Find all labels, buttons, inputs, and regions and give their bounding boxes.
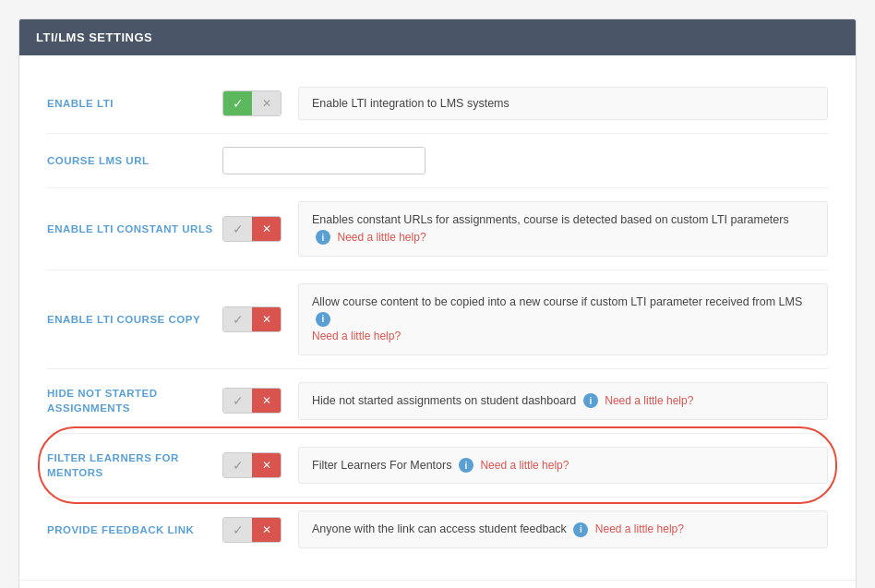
enable-lti-constant-urls-label: ENABLE LTI CONSTANT URLS bbox=[47, 222, 222, 236]
toggle-off[interactable]: ✕ bbox=[252, 518, 281, 542]
toggle-off-x[interactable]: ✕ bbox=[252, 91, 281, 115]
enable-lti-toggle[interactable]: ✓ ✕ bbox=[222, 90, 282, 116]
desc-text: Hide not started assignments on student … bbox=[312, 394, 576, 407]
toggle-on-check[interactable]: ✓ bbox=[223, 91, 252, 115]
help-link[interactable]: Need a little help? bbox=[595, 522, 684, 535]
enable-lti-constant-urls-desc: Enables constant URLs for assignments, c… bbox=[298, 201, 828, 257]
provide-feedback-toggle-wrap: ✓ ✕ bbox=[222, 517, 282, 543]
hide-not-started-row: HIDE NOT STARTED ASSIGNMENTS ✓ ✕ Hide no… bbox=[47, 369, 828, 434]
check-icon: ✓ bbox=[233, 522, 244, 537]
filter-learners-toggle-wrap: ✓ ✕ bbox=[222, 452, 282, 478]
course-lms-url-row: COURSE LMS URL bbox=[47, 134, 828, 188]
hide-not-started-toggle[interactable]: ✓ ✕ bbox=[222, 388, 282, 414]
cross-icon: ✕ bbox=[262, 394, 271, 407]
filter-learners-desc: Filter Learners For Mentors i Need a lit… bbox=[298, 447, 828, 485]
enable-lti-course-copy-desc: Allow course content to be copied into a… bbox=[298, 283, 828, 355]
enable-lti-description: Enable LTI integration to LMS systems bbox=[298, 87, 828, 120]
main-panel: LTI/LMS SETTINGS ENABLE LTI ✓ ✕ Enable L… bbox=[18, 18, 857, 588]
cross-icon: ✕ bbox=[262, 523, 271, 536]
provide-feedback-row: PROVIDE FEEDBACK LINK ✓ ✕ Anyone with th… bbox=[47, 498, 828, 561]
enable-lti-row: ENABLE LTI ✓ ✕ Enable LTI integration to… bbox=[47, 74, 828, 134]
enable-lti-constant-urls-row: ENABLE LTI CONSTANT URLS ✓ ✕ Enables con… bbox=[47, 188, 828, 270]
footer-bar: Save Changes bbox=[19, 580, 856, 588]
help-link[interactable]: Need a little help? bbox=[337, 231, 426, 244]
info-icon[interactable]: i bbox=[573, 522, 588, 537]
hide-not-started-toggle-wrap: ✓ ✕ bbox=[222, 388, 282, 414]
toggle-off[interactable]: ✕ bbox=[252, 307, 281, 331]
hide-not-started-label: HIDE NOT STARTED ASSIGNMENTS bbox=[47, 386, 222, 415]
info-icon[interactable]: i bbox=[459, 458, 473, 473]
check-icon: ✓ bbox=[233, 312, 244, 327]
check-icon: ✓ bbox=[233, 96, 244, 111]
info-icon[interactable]: i bbox=[316, 312, 330, 327]
enable-lti-course-copy-row: ENABLE LTI COURSE COPY ✓ ✕ Allow course … bbox=[47, 270, 828, 369]
toggle-off[interactable]: ✕ bbox=[252, 453, 281, 477]
toggle-on[interactable]: ✓ bbox=[223, 389, 252, 413]
cross-icon: ✕ bbox=[262, 313, 271, 326]
desc-text: Enables constant URLs for assignments, c… bbox=[312, 213, 789, 226]
help-link[interactable]: Need a little help? bbox=[605, 394, 693, 407]
enable-lti-course-copy-label: ENABLE LTI COURSE COPY bbox=[47, 312, 222, 327]
toggle-on[interactable]: ✓ bbox=[223, 307, 252, 331]
toggle-off[interactable]: ✕ bbox=[252, 217, 281, 241]
check-icon: ✓ bbox=[233, 222, 244, 236]
enable-lti-course-copy-toggle-wrap: ✓ ✕ bbox=[222, 306, 282, 332]
help-link[interactable]: Need a little help? bbox=[312, 330, 401, 342]
desc-text: Anyone with the link can access student … bbox=[312, 522, 567, 535]
enable-lti-label: ENABLE LTI bbox=[47, 96, 222, 111]
toggle-on[interactable]: ✓ bbox=[223, 453, 252, 477]
provide-feedback-label: PROVIDE FEEDBACK LINK bbox=[47, 522, 222, 537]
toggle-off[interactable]: ✕ bbox=[252, 389, 281, 413]
provide-feedback-desc: Anyone with the link can access student … bbox=[298, 510, 828, 548]
check-icon: ✓ bbox=[233, 393, 244, 408]
course-lms-url-input-wrap bbox=[222, 147, 828, 174]
course-lms-url-input[interactable] bbox=[222, 147, 426, 174]
desc-text: Filter Learners For Mentors bbox=[312, 459, 451, 472]
enable-lti-constant-urls-toggle-wrap: ✓ ✕ bbox=[222, 216, 282, 242]
enable-lti-toggle-wrap: ✓ ✕ bbox=[222, 90, 282, 116]
hide-not-started-desc: Hide not started assignments on student … bbox=[298, 382, 828, 420]
panel-header: LTI/LMS SETTINGS bbox=[19, 19, 856, 55]
filter-learners-label: FILTER LEARNERS FOR MENTORS bbox=[47, 450, 222, 480]
provide-feedback-toggle[interactable]: ✓ ✕ bbox=[222, 517, 282, 543]
check-icon: ✓ bbox=[233, 458, 244, 473]
enable-lti-course-copy-toggle[interactable]: ✓ ✕ bbox=[222, 306, 282, 332]
enable-lti-constant-urls-toggle[interactable]: ✓ ✕ bbox=[222, 216, 282, 242]
help-link[interactable]: Need a little help? bbox=[480, 459, 569, 472]
info-icon[interactable]: i bbox=[316, 230, 330, 245]
panel-body: ENABLE LTI ✓ ✕ Enable LTI integration to… bbox=[19, 55, 856, 580]
cross-icon: ✕ bbox=[262, 459, 271, 472]
course-lms-url-label: COURSE LMS URL bbox=[47, 153, 222, 168]
filter-learners-toggle[interactable]: ✓ ✕ bbox=[222, 452, 282, 478]
info-icon[interactable]: i bbox=[583, 393, 598, 408]
toggle-on[interactable]: ✓ bbox=[223, 518, 252, 542]
toggle-on[interactable]: ✓ bbox=[223, 217, 252, 241]
cross-icon: ✕ bbox=[262, 97, 271, 110]
panel-title: LTI/LMS SETTINGS bbox=[36, 30, 152, 44]
cross-icon: ✕ bbox=[262, 222, 271, 235]
filter-learners-row: FILTER LEARNERS FOR MENTORS ✓ ✕ Filter L… bbox=[47, 434, 828, 498]
enable-lti-desc-text: Enable LTI integration to LMS systems bbox=[312, 97, 509, 110]
desc-text: Allow course content to be copied into a… bbox=[312, 295, 802, 308]
